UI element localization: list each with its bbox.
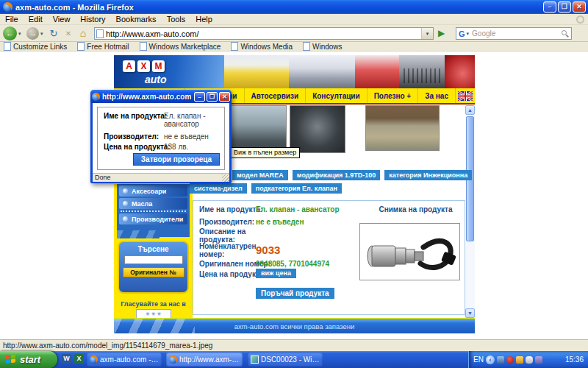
bookmark-windows[interactable]: Windows — [303, 42, 343, 51]
volume-icon[interactable] — [516, 356, 523, 364]
sidebar-menu: Аксесоари Масла Производители — [117, 184, 190, 237]
tray-collapse-icon[interactable]: ‹ — [486, 355, 495, 364]
start-label: start — [20, 354, 40, 365]
url-bar[interactable]: ▾ — [94, 27, 434, 40]
task-firefox-popup[interactable]: http://www.axm-aut... — [166, 353, 243, 367]
back-dropdown-icon[interactable]: ▾ — [18, 31, 21, 37]
search-engine-dropdown-icon[interactable]: ▾ — [467, 31, 470, 37]
menu-file[interactable]: File — [0, 15, 24, 24]
menu-history[interactable]: History — [75, 15, 110, 24]
bookmark-icon — [140, 42, 147, 51]
nav-autoservizi[interactable]: Автосервизи — [244, 88, 306, 103]
task-firefox-main[interactable]: axm-auto.com - Mozil... — [87, 353, 162, 367]
bookmark-icon — [303, 42, 310, 51]
nav-konsultacii[interactable]: Консултации — [305, 88, 367, 103]
crumb-modification[interactable]: модификация 1.9TD-100 — [293, 170, 380, 180]
nav-za-nas[interactable]: За нас — [417, 88, 455, 103]
menu-view[interactable]: View — [48, 15, 76, 24]
sidebar-search-widget: Търсене Оригинален № — [118, 241, 189, 294]
search-icon[interactable] — [561, 29, 569, 38]
product-photo[interactable] — [359, 223, 460, 280]
reload-button[interactable]: ↻ — [47, 27, 60, 40]
crumb-subcategory[interactable]: подкатегория Ел. клапан — [251, 183, 342, 194]
view-price-button[interactable]: виж цена — [256, 269, 296, 278]
back-button[interactable]: ← — [3, 26, 17, 40]
crumb-system[interactable]: система-дизел — [190, 183, 247, 194]
url-dropdown-icon[interactable]: ▾ — [421, 28, 433, 39]
mouse-icon[interactable] — [526, 356, 533, 364]
menu-bookmarks[interactable]: Bookmarks — [111, 15, 162, 24]
site-footer: axm-auto.com всички права запазени — [114, 318, 475, 333]
bookmark-windows-media[interactable]: Windows Media — [231, 42, 293, 51]
minimize-button[interactable]: – — [543, 1, 556, 13]
car-thumbnail-rear[interactable] — [365, 105, 440, 151]
menu-edit[interactable]: Edit — [24, 15, 48, 24]
uk-flag-icon[interactable] — [455, 88, 475, 103]
language-indicator[interactable]: EN — [473, 355, 484, 364]
network-icon[interactable] — [497, 356, 504, 364]
sidebar-item-masla[interactable]: Масла — [119, 198, 187, 209]
resize-grip-icon[interactable] — [222, 174, 229, 182]
manufacturer-value: не е въведен — [256, 218, 304, 226]
scroll-up-icon[interactable]: ▲ — [465, 105, 475, 115]
stop-button[interactable]: ✕ — [62, 27, 75, 40]
banner-red-car — [355, 55, 399, 88]
go-button[interactable]: ▶ — [438, 28, 445, 38]
search-input[interactable] — [470, 29, 559, 38]
sidebar-item-aksesoari[interactable]: Аксесоари — [119, 185, 187, 197]
tray-app-icon[interactable] — [535, 356, 542, 364]
axm-logo[interactable]: A X M auto — [114, 55, 224, 88]
ati-icon[interactable] — [506, 356, 514, 364]
car-thumbnail-dashboard[interactable] — [290, 105, 345, 153]
restore-button[interactable]: ❐ — [558, 1, 571, 13]
popup-close-icon[interactable]: ✕ — [219, 92, 230, 102]
start-button[interactable]: start — [0, 351, 57, 368]
url-input[interactable] — [104, 29, 421, 38]
nav-polezno[interactable]: Полезно + — [367, 88, 418, 103]
bookmarks-bar: Customize Links Free Hotmail Windows Mar… — [0, 42, 588, 52]
window-titlebar[interactable]: axm-auto.com - Mozilla Firefox – ❐ ✕ — [0, 0, 588, 14]
screen: axm-auto.com - Mozilla Firefox – ❐ ✕ Fil… — [0, 0, 588, 368]
bookmark-windows-marketplace[interactable]: Windows Marketplace — [140, 42, 221, 51]
firefox-icon — [169, 355, 177, 364]
home-button[interactable]: ⌂ — [76, 27, 90, 40]
banner-alfa-car — [445, 55, 475, 88]
popup-window[interactable]: http://www.axm-auto.com - Ав... – ❐ ✕ Им… — [90, 90, 232, 183]
popup-minimize-button[interactable]: – — [194, 92, 205, 102]
window-title: axm-auto.com - Mozilla Firefox — [15, 3, 134, 12]
menu-help[interactable]: Help — [190, 15, 218, 24]
original-number-button[interactable]: Оригинален № — [123, 267, 184, 277]
sidebar-stripes-decoration — [117, 230, 159, 238]
page-viewport: A X M auto Автомобили Автосервизи Консул… — [0, 52, 588, 339]
status-url-text: http://www.axm-auto.com/model_img/115411… — [3, 342, 212, 350]
word-icon[interactable]: W — [62, 354, 71, 364]
menu-bar: File Edit View History Bookmarks Tools H… — [0, 14, 588, 25]
popup-status-text: Done — [95, 174, 111, 181]
forward-button[interactable]: → — [26, 27, 39, 40]
search-box[interactable]: G ▾ — [456, 27, 572, 40]
popup-name-label: Име на продукта: — [104, 112, 167, 120]
popup-titlebar[interactable]: http://www.axm-auto.com - Ав... – ❐ ✕ — [90, 90, 232, 103]
crumb-category[interactable]: категория Инжекционна — [384, 170, 472, 180]
car-thumbnail-front[interactable] — [229, 105, 287, 153]
part-search-input[interactable] — [124, 255, 183, 264]
content-scrollbar[interactable]: ▲ ▼ — [465, 105, 475, 318]
browser-statusbar: http://www.axm-auto.com/model_img/115411… — [0, 339, 588, 351]
excel-icon[interactable]: X — [74, 354, 84, 364]
forward-dropdown-icon[interactable]: ▾ — [40, 31, 43, 37]
scroll-down-icon[interactable]: ▼ — [465, 308, 475, 318]
bookmark-customize-links[interactable]: Customize Links — [4, 42, 67, 51]
task-picture-viewer[interactable]: DSC00023 - Windows... — [248, 353, 323, 367]
bullet-icon — [123, 216, 128, 222]
close-button[interactable]: ✕ — [573, 1, 586, 13]
popup-maximize-button[interactable]: ❐ — [207, 92, 218, 102]
menu-tools[interactable]: Tools — [162, 15, 191, 24]
bullet-icon — [123, 201, 128, 206]
banner-grille-detail — [404, 68, 440, 83]
crumb-model[interactable]: модел MAREA — [232, 170, 288, 180]
page-favicon — [96, 29, 104, 38]
bookmark-free-hotmail[interactable]: Free Hotmail — [77, 42, 129, 51]
order-product-button[interactable]: Поръчай продукта — [256, 288, 334, 299]
sidebar-item-proizvoditeli[interactable]: Производители — [119, 213, 187, 224]
popup-close-window-button[interactable]: Затвори прозореца — [133, 153, 220, 166]
